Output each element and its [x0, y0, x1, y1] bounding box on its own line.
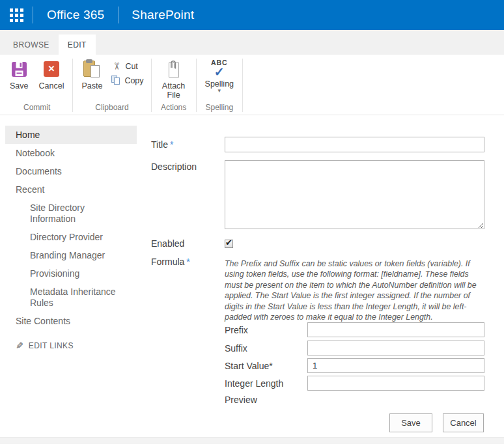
enabled-label: Enabled	[151, 238, 184, 249]
start-value-label: Start Value*	[225, 361, 273, 371]
paste-button[interactable]: Paste	[77, 57, 106, 91]
title-input[interactable]	[225, 137, 484, 152]
ribbon-group-actions: Attach File Actions	[152, 55, 196, 115]
checkbox-check-icon: ✔	[225, 238, 232, 247]
sidebar-item-site-directory-information[interactable]: Site Directory Information	[5, 199, 137, 228]
description-label: Description	[151, 161, 197, 172]
enabled-checkbox[interactable]: ✔	[225, 240, 233, 248]
pencil-icon: ✎	[16, 341, 23, 351]
sidebar-item-home[interactable]: Home	[5, 126, 137, 144]
cancel-x-icon: ✕	[44, 61, 59, 77]
ribbon-group-clipboard: Paste ✂ Cut Copy Clipboard	[73, 55, 150, 115]
scissors-icon: ✂	[111, 61, 122, 72]
required-asterisk: *	[170, 139, 173, 150]
ribbon-tab-strip: BROWSE EDIT	[0, 30, 504, 55]
edit-item-form: Title* Description Enabled ✔ Formula* Th…	[151, 121, 490, 440]
page-bottom-bar	[0, 437, 504, 444]
suite-bar-divider	[33, 7, 33, 23]
ribbon-group-label-actions: Actions	[156, 102, 191, 115]
app-launcher-grid-icon	[10, 8, 23, 22]
suite-bar-divider	[118, 7, 119, 23]
sidebar-item-provisioning[interactable]: Provisioning	[5, 264, 137, 283]
required-asterisk: *	[186, 257, 189, 267]
start-value-input[interactable]	[307, 358, 484, 373]
edit-links-button[interactable]: ✎ EDIT LINKS	[5, 341, 137, 351]
suite-bar: Office 365 SharePoint	[0, 0, 504, 30]
chevron-down-icon: ▾	[218, 89, 221, 94]
copy-pages-icon	[111, 76, 121, 85]
sidebar-item-notebook[interactable]: Notebook	[5, 144, 137, 162]
spelling-abc-check-icon: ABC ✓	[211, 59, 228, 79]
ribbon-group-spelling: ABC ✓ Spelling ▾ Spelling	[197, 55, 242, 115]
ribbon-group-label-spelling: Spelling	[201, 102, 238, 115]
sharepoint-edit-page: Office 365 SharePoint BROWSE EDIT	[0, 0, 504, 446]
tab-browse[interactable]: BROWSE	[4, 35, 59, 55]
ribbon-group-label-commit: Commit	[6, 102, 68, 115]
ribbon-group-commit: Save ✕ Cancel Commit	[1, 55, 72, 115]
ribbon-group-separator	[242, 59, 243, 112]
sidebar-item-recent[interactable]: Recent	[5, 180, 137, 199]
copy-button[interactable]: Copy	[111, 76, 143, 85]
left-navigation: Home Notebook Documents Recent Site Dire…	[0, 121, 137, 351]
tab-edit[interactable]: EDIT	[59, 35, 96, 55]
sidebar-item-metadata-inheritance-rules[interactable]: Metadata Inheritance Rules	[5, 283, 137, 312]
ribbon: Save ✕ Cancel Commit	[0, 55, 504, 115]
paste-clipboard-icon	[83, 59, 100, 79]
suffix-input[interactable]	[307, 341, 484, 355]
app-launcher-button[interactable]	[0, 0, 33, 30]
formula-help-text: The Prefix and Suffix can be static valu…	[225, 258, 487, 322]
ribbon-group-label-clipboard: Clipboard	[77, 102, 146, 115]
attach-file-button[interactable]: Attach File	[156, 57, 191, 100]
preview-label: Preview	[225, 395, 257, 405]
integer-length-label: Integer Length	[225, 378, 283, 389]
sidebar-item-directory-provider[interactable]: Directory Provider	[5, 228, 137, 246]
sidebar-item-documents[interactable]: Documents	[5, 162, 137, 180]
integer-length-input[interactable]	[307, 376, 484, 391]
spelling-button[interactable]: ABC ✓ Spelling ▾	[201, 57, 238, 94]
form-cancel-button[interactable]: Cancel	[443, 413, 484, 432]
description-textarea[interactable]	[225, 160, 484, 229]
title-label: Title*	[151, 139, 173, 150]
office-365-link[interactable]: Office 365	[47, 8, 104, 22]
prefix-input[interactable]	[307, 322, 484, 337]
cut-button[interactable]: ✂ Cut	[111, 61, 143, 72]
sidebar-item-branding-manager[interactable]: Branding Manager	[5, 246, 137, 264]
attach-file-paperclip-icon	[166, 59, 182, 79]
suffix-label: Suffix	[225, 343, 247, 354]
form-save-button[interactable]: Save	[389, 413, 432, 432]
save-floppy-icon	[11, 59, 27, 79]
prefix-label: Prefix	[225, 325, 248, 335]
cancel-button[interactable]: ✕ Cancel	[35, 57, 68, 91]
sidebar-item-site-contents[interactable]: Site Contents	[5, 312, 137, 330]
sharepoint-link[interactable]: SharePoint	[132, 8, 194, 22]
formula-label: Formula*	[151, 257, 190, 267]
save-button[interactable]: Save	[6, 57, 33, 91]
